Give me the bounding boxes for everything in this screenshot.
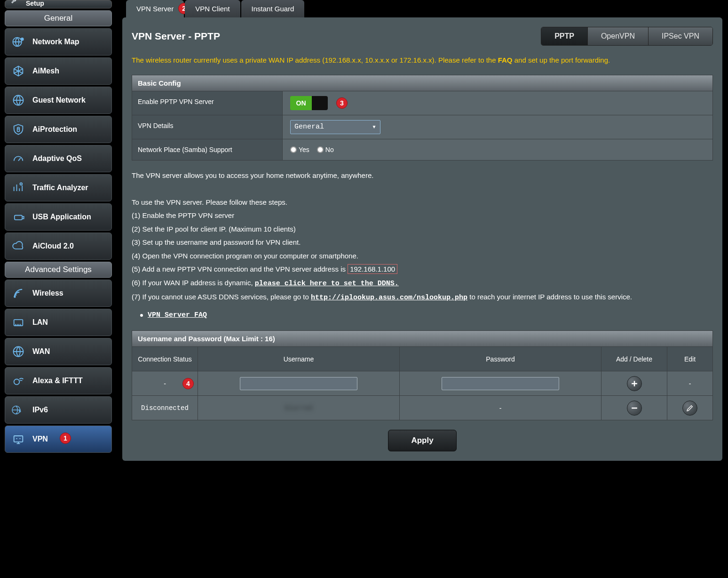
- top-tabs: VPN Server 2 VPN Client Instant Guard: [126, 0, 722, 17]
- faq-link[interactable]: FAQ: [498, 56, 513, 64]
- svg-rect-5: [15, 216, 22, 220]
- ipv6-icon: 6: [11, 403, 26, 417]
- username-input[interactable]: [240, 377, 357, 390]
- step-6: (6) If your WAN IP address is dynamic, p…: [132, 276, 713, 291]
- voice-icon: [11, 374, 26, 387]
- label: Wireless: [32, 289, 63, 297]
- seg-ipsec[interactable]: IPSec VPN: [649, 27, 712, 45]
- iplookup-link[interactable]: http://iplookup.asus.com/nslookup.php: [311, 294, 467, 302]
- warning-text-pre: The wireless router currently uses a pri…: [132, 56, 498, 64]
- wrench-icon: [10, 0, 19, 7]
- annotation-badge-4: 4: [182, 378, 194, 389]
- tab-vpn-server[interactable]: VPN Server 2: [126, 0, 184, 17]
- sidebar-item-vpn[interactable]: VPN 1: [5, 425, 112, 453]
- label: VPN Details: [132, 115, 283, 139]
- step-3: (3) Set up the username and password for…: [132, 236, 713, 249]
- password-value: -: [400, 396, 601, 420]
- label: AiMesh: [32, 67, 59, 75]
- seg-pptp[interactable]: PPTP: [541, 27, 588, 45]
- apply-button[interactable]: Apply: [388, 430, 456, 451]
- steps-intro: To use the VPN server. Please follow the…: [132, 196, 713, 209]
- radio-label: No: [325, 146, 334, 153]
- edit-button[interactable]: [682, 401, 697, 416]
- seg-openvpn[interactable]: OpenVPN: [588, 27, 649, 45]
- sidebar-item-aiprotection[interactable]: AiProtection: [5, 116, 112, 143]
- sidebar-item-ipv6[interactable]: 6 IPv6: [5, 396, 112, 424]
- annotation-badge-3: 3: [336, 97, 348, 109]
- label: Adaptive QoS: [32, 154, 82, 163]
- label: LAN: [32, 318, 48, 327]
- toggle-on-label: ON: [290, 96, 312, 110]
- select-value: General: [294, 123, 324, 131]
- label: Enable PPTP VPN Server: [132, 91, 283, 115]
- analytics-icon: [11, 181, 26, 194]
- mesh-icon: [11, 64, 26, 78]
- label: Traffic Analyzer: [32, 184, 88, 192]
- warning-banner: The wireless router currently uses a pri…: [132, 54, 713, 66]
- step-5: (5) Add a new PPTP VPN connection and th…: [132, 263, 713, 276]
- sidebar-item-wireless[interactable]: Wireless: [5, 280, 112, 307]
- sidebar-item-adaptive-qos[interactable]: Adaptive QoS: [5, 145, 112, 172]
- tab-label: VPN Client: [195, 5, 229, 13]
- row-samba-support: Network Place (Samba) Support Yes No: [132, 139, 713, 161]
- sidebar-item-guest-network[interactable]: Guest Network: [5, 87, 112, 114]
- status-value: -: [164, 380, 166, 387]
- delete-button[interactable]: [627, 401, 642, 416]
- section-header-general: General: [5, 10, 112, 26]
- sidebar-item-setup[interactable]: Setup: [5, 0, 112, 8]
- sidebar-item-network-map[interactable]: Network Map: [5, 28, 112, 56]
- sidebar-item-alexa-ifttt[interactable]: Alexa & IFTTT: [5, 367, 112, 394]
- section-header-advanced: Advanced Settings: [5, 262, 112, 278]
- sidebar-item-lan[interactable]: LAN: [5, 309, 112, 336]
- samba-radio-group: Yes No: [290, 146, 334, 153]
- sidebar-item-aicloud[interactable]: AiCloud 2.0: [5, 233, 112, 260]
- radio-no[interactable]: No: [317, 146, 334, 153]
- bullet-icon: [140, 314, 143, 317]
- add-button[interactable]: [627, 376, 642, 391]
- th-status: Connection Status: [132, 347, 198, 371]
- tab-vpn-client[interactable]: VPN Client: [185, 0, 240, 17]
- sidebar-item-usb-application[interactable]: USB Application: [5, 203, 112, 231]
- enable-toggle[interactable]: ON: [290, 96, 328, 110]
- label: AiCloud 2.0: [32, 242, 74, 250]
- ddns-link[interactable]: please click here to set the DDNS.: [255, 280, 399, 288]
- step-4: (4) Open the VPN connection program on y…: [132, 249, 713, 263]
- gauge-icon: [11, 152, 26, 165]
- edit-placeholder: -: [667, 371, 712, 395]
- vpn-server-faq-link[interactable]: VPN Server FAQ: [148, 309, 207, 322]
- globe-grid-icon: [11, 94, 26, 107]
- vpn-details-select[interactable]: General ▾: [290, 120, 380, 134]
- globe-pin-icon: [11, 35, 26, 48]
- label: VPN: [32, 435, 48, 443]
- table-row-1: Disconnected blurred -: [132, 395, 712, 420]
- globe-icon: [11, 345, 26, 358]
- radio-yes[interactable]: Yes: [290, 146, 309, 153]
- label: Setup: [26, 0, 44, 7]
- tab-instant-guard[interactable]: Instant Guard: [241, 0, 305, 17]
- th-password: Password: [400, 347, 601, 371]
- faq-bullet: VPN Server FAQ: [140, 309, 713, 322]
- wifi-icon: [11, 287, 26, 300]
- step-7: (7) If you cannot use ASUS DDNS services…: [132, 290, 713, 305]
- basic-config-header: Basic Config: [132, 75, 713, 91]
- radio-dot-icon: [290, 146, 297, 153]
- sidebar-item-aimesh[interactable]: AiMesh: [5, 57, 112, 85]
- ethernet-icon: [11, 316, 26, 329]
- svg-point-9: [14, 379, 20, 385]
- th-edit: Edit: [667, 347, 712, 371]
- sidebar-item-wan[interactable]: WAN: [5, 338, 112, 365]
- label: Network Place (Samba) Support: [132, 139, 283, 160]
- step-1: (1) Enable the PPTP VPN server: [132, 209, 713, 223]
- usb-icon: [11, 210, 26, 224]
- label: Guest Network: [32, 96, 86, 104]
- sidebar-item-traffic-analyzer[interactable]: Traffic Analyzer: [5, 174, 112, 201]
- main-content: VPN Server 2 VPN Client Instant Guard VP…: [117, 0, 728, 466]
- th-username: Username: [198, 347, 400, 371]
- password-input[interactable]: [442, 377, 559, 390]
- sidebar: Setup General Network Map AiMesh Guest N…: [0, 0, 117, 466]
- svg-point-6: [14, 296, 15, 297]
- cloud-icon: [11, 240, 26, 253]
- step-2: (2) Set the IP pool for client IP. (Maxi…: [132, 223, 713, 236]
- page-title: VPN Server - PPTP: [132, 31, 220, 42]
- row-vpn-details: VPN Details General ▾: [132, 115, 713, 139]
